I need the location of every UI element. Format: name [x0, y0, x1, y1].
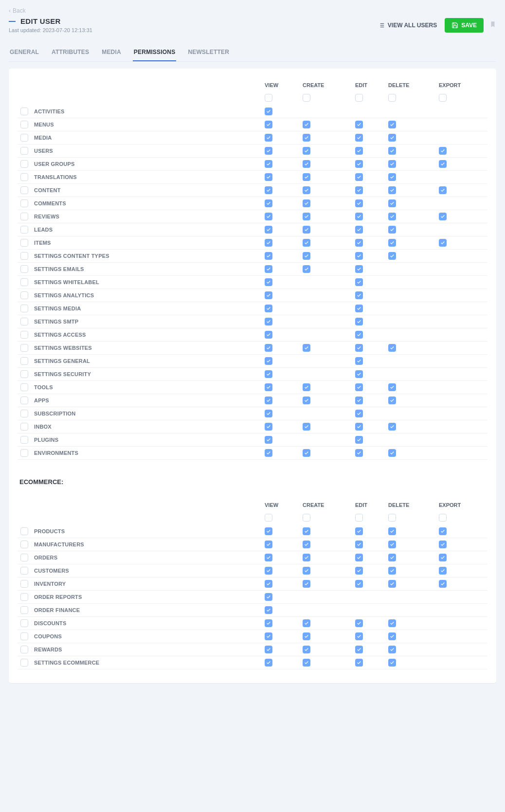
row-checkbox-plugins[interactable]: [20, 436, 28, 444]
checkbox-coupons-create[interactable]: [303, 632, 310, 640]
tab-media[interactable]: MEDIA: [101, 45, 122, 61]
checkbox-comments-view[interactable]: [265, 199, 272, 207]
checkbox-comments-create[interactable]: [303, 199, 310, 207]
master-checkbox-edit[interactable]: [355, 94, 363, 102]
checkbox-settings-content-types-create[interactable]: [303, 252, 310, 260]
checkbox-inventory-export[interactable]: [439, 580, 447, 588]
checkbox-customers-export[interactable]: [439, 567, 447, 575]
checkbox-inbox-create[interactable]: [303, 423, 310, 431]
row-checkbox-subscription[interactable]: [20, 410, 28, 417]
row-checkbox-apps[interactable]: [20, 397, 28, 404]
checkbox-users-delete[interactable]: [388, 147, 396, 155]
checkbox-settings-ecommerce-create[interactable]: [303, 659, 310, 667]
row-checkbox-activities[interactable]: [20, 108, 28, 115]
master-checkbox-edit[interactable]: [355, 514, 363, 522]
master-checkbox-create[interactable]: [303, 514, 310, 522]
checkbox-apps-create[interactable]: [303, 397, 310, 404]
row-checkbox-settings-media[interactable]: [20, 305, 28, 312]
row-checkbox-user-groups[interactable]: [20, 160, 28, 168]
checkbox-environments-view[interactable]: [265, 449, 272, 457]
checkbox-translations-view[interactable]: [265, 173, 272, 181]
checkbox-tools-delete[interactable]: [388, 383, 396, 391]
checkbox-user-groups-view[interactable]: [265, 160, 272, 168]
checkbox-settings-smtp-edit[interactable]: [355, 318, 363, 325]
row-checkbox-coupons[interactable]: [20, 632, 28, 640]
checkbox-settings-access-edit[interactable]: [355, 331, 363, 339]
checkbox-users-view[interactable]: [265, 147, 272, 155]
checkbox-translations-edit[interactable]: [355, 173, 363, 181]
tab-general[interactable]: GENERAL: [9, 45, 40, 61]
checkbox-settings-ecommerce-edit[interactable]: [355, 659, 363, 667]
checkbox-media-edit[interactable]: [355, 134, 363, 142]
checkbox-settings-security-view[interactable]: [265, 370, 272, 378]
checkbox-user-groups-create[interactable]: [303, 160, 310, 168]
checkbox-customers-view[interactable]: [265, 567, 272, 575]
checkbox-discounts-create[interactable]: [303, 619, 310, 627]
row-checkbox-settings-access[interactable]: [20, 331, 28, 339]
row-checkbox-discounts[interactable]: [20, 619, 28, 627]
row-checkbox-menus[interactable]: [20, 121, 28, 128]
checkbox-settings-emails-view[interactable]: [265, 265, 272, 273]
row-checkbox-settings-content-types[interactable]: [20, 252, 28, 260]
checkbox-content-edit[interactable]: [355, 186, 363, 194]
checkbox-products-delete[interactable]: [388, 527, 396, 535]
checkbox-content-create[interactable]: [303, 186, 310, 194]
tab-newsletter[interactable]: NEWSLETTER: [187, 45, 230, 61]
checkbox-reviews-view[interactable]: [265, 213, 272, 220]
row-checkbox-environments[interactable]: [20, 449, 28, 457]
checkbox-inbox-edit[interactable]: [355, 423, 363, 431]
tab-permissions[interactable]: PERMISSIONS: [133, 45, 177, 61]
checkbox-translations-delete[interactable]: [388, 173, 396, 181]
row-checkbox-rewards[interactable]: [20, 646, 28, 653]
checkbox-products-edit[interactable]: [355, 527, 363, 535]
checkbox-products-export[interactable]: [439, 527, 447, 535]
checkbox-reviews-create[interactable]: [303, 213, 310, 220]
checkbox-order-reports-view[interactable]: [265, 593, 272, 601]
checkbox-environments-delete[interactable]: [388, 449, 396, 457]
checkbox-settings-general-edit[interactable]: [355, 357, 363, 365]
row-checkbox-customers[interactable]: [20, 567, 28, 575]
checkbox-user-groups-export[interactable]: [439, 160, 447, 168]
checkbox-manufacturers-delete[interactable]: [388, 541, 396, 548]
checkbox-items-edit[interactable]: [355, 239, 363, 247]
master-checkbox-view[interactable]: [265, 514, 272, 522]
row-checkbox-content[interactable]: [20, 186, 28, 194]
checkbox-translations-create[interactable]: [303, 173, 310, 181]
checkbox-customers-edit[interactable]: [355, 567, 363, 575]
master-checkbox-delete[interactable]: [388, 94, 396, 102]
row-checkbox-inventory[interactable]: [20, 580, 28, 588]
checkbox-content-export[interactable]: [439, 186, 447, 194]
row-checkbox-order-finance[interactable]: [20, 606, 28, 614]
checkbox-settings-content-types-edit[interactable]: [355, 252, 363, 260]
checkbox-reviews-export[interactable]: [439, 213, 447, 220]
checkbox-settings-smtp-view[interactable]: [265, 318, 272, 325]
checkbox-products-view[interactable]: [265, 527, 272, 535]
checkbox-coupons-delete[interactable]: [388, 632, 396, 640]
checkbox-settings-websites-create[interactable]: [303, 344, 310, 352]
checkbox-comments-delete[interactable]: [388, 199, 396, 207]
checkbox-reviews-delete[interactable]: [388, 213, 396, 220]
checkbox-discounts-delete[interactable]: [388, 619, 396, 627]
row-checkbox-leads[interactable]: [20, 226, 28, 234]
row-checkbox-products[interactable]: [20, 527, 28, 535]
checkbox-items-create[interactable]: [303, 239, 310, 247]
checkbox-settings-emails-edit[interactable]: [355, 265, 363, 273]
checkbox-media-create[interactable]: [303, 134, 310, 142]
checkbox-settings-whitelabel-view[interactable]: [265, 278, 272, 286]
checkbox-customers-delete[interactable]: [388, 567, 396, 575]
row-checkbox-settings-general[interactable]: [20, 357, 28, 365]
checkbox-leads-edit[interactable]: [355, 226, 363, 234]
checkbox-settings-general-view[interactable]: [265, 357, 272, 365]
checkbox-items-view[interactable]: [265, 239, 272, 247]
row-checkbox-settings-smtp[interactable]: [20, 318, 28, 325]
checkbox-discounts-edit[interactable]: [355, 619, 363, 627]
checkbox-users-edit[interactable]: [355, 147, 363, 155]
checkbox-products-create[interactable]: [303, 527, 310, 535]
checkbox-tools-create[interactable]: [303, 383, 310, 391]
checkbox-settings-security-edit[interactable]: [355, 370, 363, 378]
checkbox-settings-analytics-edit[interactable]: [355, 291, 363, 299]
checkbox-settings-whitelabel-edit[interactable]: [355, 278, 363, 286]
checkbox-users-export[interactable]: [439, 147, 447, 155]
checkbox-subscription-edit[interactable]: [355, 410, 363, 417]
checkbox-user-groups-edit[interactable]: [355, 160, 363, 168]
